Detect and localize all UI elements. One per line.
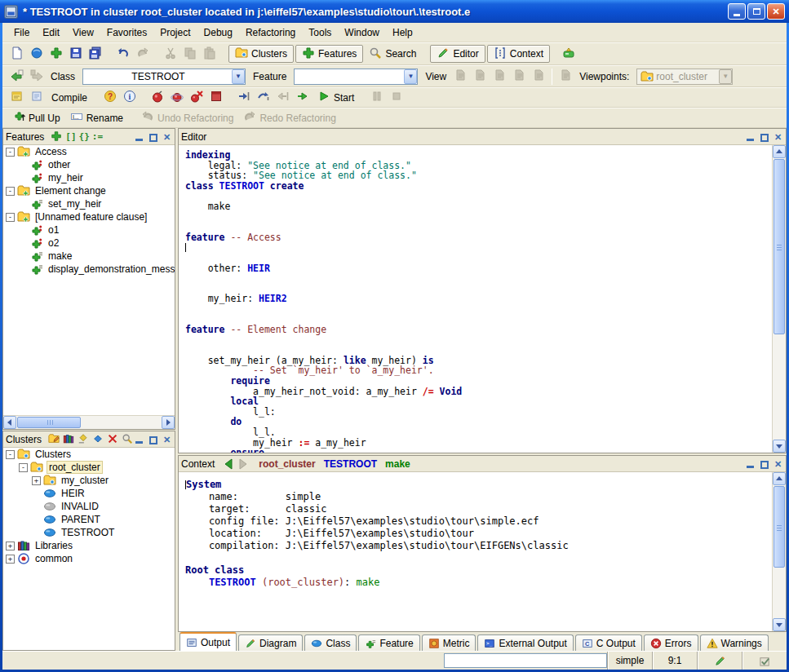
context-vscrollbar[interactable] [772,472,786,631]
clusters-minimize-icon[interactable] [134,435,144,444]
editor-code-area[interactable]: indexing legal: "See notice at end of cl… [179,145,772,453]
vscroll-thumb[interactable] [773,486,785,568]
tab-class[interactable]: Class [304,634,357,651]
tab-diagram[interactable]: Diagram [238,634,303,651]
cluster-item-common[interactable]: +common [3,552,175,565]
terminate-c-compilation-button[interactable] [187,89,206,107]
cluster-item-my-cluster[interactable]: +my_cluster [3,474,175,487]
feature-item-o2[interactable]: o2 [3,237,175,250]
start-debug-button[interactable]: Start [312,89,359,107]
collapse-icon[interactable]: - [6,450,15,459]
menu-project[interactable]: Project [153,24,197,41]
pull-up-button[interactable]: Pull Up [7,109,65,127]
menu-tools[interactable]: Tools [302,24,338,41]
open-file-button[interactable] [27,45,47,63]
cluster-item-parent[interactable]: PARENT [3,513,175,526]
expand-icon[interactable]: + [6,542,15,550]
clusters-libraries-button[interactable] [63,433,75,445]
context-minimize-icon[interactable] [745,459,756,469]
menu-favorites[interactable]: Favorites [100,24,153,41]
feature-item-my-heir[interactable]: my_heir [3,171,175,184]
editor-close-icon[interactable]: ✕ [773,132,783,142]
scroll-right-icon[interactable] [162,416,175,429]
compile-error-info-button[interactable]: ? [100,89,120,107]
external-commands-button[interactable] [559,45,578,63]
status-input[interactable] [444,653,607,668]
features-hscrollbar[interactable] [3,415,175,429]
close-button[interactable]: ✕ [767,3,785,20]
chevron-down-icon[interactable]: ▼ [232,69,245,84]
add-class-button[interactable] [47,45,66,63]
tab-errors[interactable]: Errors [644,634,698,651]
editor-maximize-icon[interactable] [759,132,769,142]
step-into-button[interactable] [234,89,254,107]
context-back-icon[interactable] [223,458,234,470]
editor-minimize-icon[interactable] [745,132,756,142]
feature-item-make[interactable]: make [3,250,175,263]
features-feature-clause-braces-button[interactable]: {} [79,131,90,142]
scroll-left-icon[interactable] [3,416,16,429]
feature-item-set-my-heir[interactable]: set_my_heir [3,197,175,210]
editor-vscrollbar[interactable] [772,145,786,453]
tab-feature[interactable]: Feature [358,634,419,651]
class-combo[interactable]: TESTROOT▼ [82,69,246,85]
menu-refactoring[interactable]: Refactoring [239,24,302,41]
clusters-remove-item-button[interactable] [107,433,119,445]
new-document-button[interactable] [7,45,27,63]
features-feature-clause-brackets-button[interactable]: [] [65,131,76,142]
undo-button[interactable] [113,45,133,63]
cluster-item-heir[interactable]: HEIR [3,487,175,500]
save-button[interactable] [66,45,86,63]
hscroll-thumb[interactable] [17,417,81,428]
run-workbench-button[interactable] [148,89,167,107]
vscroll-thumb[interactable] [773,159,785,334]
breadcrumb-make[interactable]: make [385,458,410,470]
clusters-maximize-icon[interactable] [148,435,158,444]
feature-item-other[interactable]: other [3,158,175,171]
context-maximize-icon[interactable] [759,459,769,469]
scroll-down-icon[interactable] [773,440,786,453]
context-close-icon[interactable]: ✕ [773,459,783,469]
context-output-area[interactable]: System name: simple target: classic conf… [179,472,772,631]
feature-item-o1[interactable]: o1 [3,223,175,237]
tab-metric[interactable]: Metric [422,634,477,651]
system-window-button[interactable] [7,89,27,107]
clusters-close-icon[interactable]: ✕ [162,435,172,444]
features-maximize-icon[interactable] [148,132,158,142]
tab-external-output[interactable]: >_External Output [477,634,573,651]
clusters-edit-cluster-button[interactable] [48,433,60,445]
features-minimize-icon[interactable] [134,132,144,142]
features-tree[interactable]: -Accessothermy_heir-Element changeset_my… [3,145,175,415]
menu-file[interactable]: File [7,24,36,41]
expand-icon[interactable]: + [6,555,15,564]
cluster-item-root-cluster[interactable]: -root_cluster [3,461,175,474]
search-tool-button[interactable]: Search [364,45,421,63]
cluster-item-clusters[interactable]: -Clusters [3,448,175,461]
run-console-button[interactable] [206,89,226,107]
cluster-item-libraries[interactable]: +Libraries [3,539,175,552]
features-close-icon[interactable]: ✕ [162,132,172,142]
collapse-icon[interactable]: - [6,213,15,222]
clusters-show-search-button[interactable] [122,433,134,445]
chevron-down-icon[interactable]: ▼ [404,69,417,84]
cluster-item-invalid[interactable]: INVALID [3,500,175,513]
menu-edit[interactable]: Edit [36,24,66,41]
editor-tool-button[interactable]: Editor [430,45,485,63]
save-all-button[interactable] [86,45,105,63]
tab-output[interactable]: Output [180,632,237,651]
breadcrumb-root_cluster[interactable]: root_cluster [259,458,315,470]
clusters-add-cluster-diamond-button[interactable] [92,433,104,445]
compile-button[interactable]: Compile [47,89,92,107]
back-button[interactable] [7,68,27,86]
step-over-button[interactable] [254,89,273,107]
menu-view[interactable]: View [66,24,100,41]
features-tool-button[interactable]: Features [295,45,363,63]
feature-item-element-change[interactable]: -Element change [3,184,175,197]
clusters-add-class-diamond-button[interactable] [78,433,90,445]
cluster-item-testroot[interactable]: TESTROOT [3,526,175,539]
run-finalized-button[interactable] [167,89,187,107]
expand-icon[interactable]: + [32,476,41,485]
scroll-up-icon[interactable] [773,472,786,485]
menu-debug[interactable]: Debug [197,24,239,41]
system-information-button[interactable]: i [120,89,140,107]
